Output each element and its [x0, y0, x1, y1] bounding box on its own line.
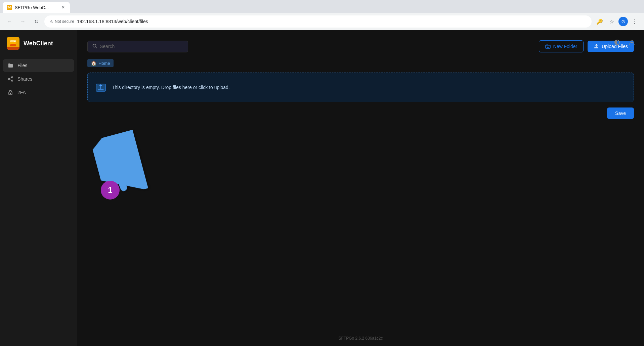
sidebar-logo: WebClient [0, 30, 77, 56]
annotation-arrow [90, 130, 148, 200]
footer: SFTPGo 2.6.2 636a1c2c [338, 336, 383, 341]
svg-line-7 [9, 78, 11, 79]
reload-button[interactable]: ↻ [31, 16, 42, 27]
address-text: 192.168.1.18:8813/web/client/files [77, 19, 148, 24]
svg-point-6 [11, 80, 13, 81]
sidebar-item-2fa[interactable]: 2FA [3, 86, 74, 99]
browser-chrome: SG SFTPGo WebC... ✕ ← → ↻ ⚠ Not secure 1… [0, 0, 644, 30]
sidebar-item-files-label: Files [17, 63, 28, 68]
breadcrumb: 🏠 Home [87, 59, 634, 67]
svg-point-3 [14, 41, 15, 42]
drop-zone-upload-icon [94, 81, 107, 94]
browser-actions: 🔑 ☆ G ⋮ [594, 16, 640, 27]
theme-toggle-button[interactable] [612, 37, 622, 48]
app-logo-icon [7, 37, 19, 50]
not-secure-label: Not secure [55, 19, 74, 24]
tab-favicon: SG [7, 5, 12, 10]
svg-line-13 [96, 47, 97, 48]
svg-point-4 [8, 78, 9, 80]
new-folder-button[interactable]: New Folder [539, 40, 584, 52]
2fa-icon [7, 89, 13, 95]
tab-close-button[interactable]: ✕ [60, 5, 66, 10]
app-container: WebClient Files [0, 30, 644, 346]
sidebar-nav: Files Shares [0, 59, 77, 99]
svg-point-10 [10, 93, 11, 94]
address-bar[interactable]: ⚠ Not secure 192.168.1.18:8813/web/clien… [44, 15, 592, 28]
sidebar-item-shares-label: Shares [17, 76, 32, 82]
search-box[interactable] [87, 41, 188, 52]
back-button[interactable]: ← [4, 16, 15, 27]
app-title: WebClient [24, 40, 53, 47]
not-secure-indicator: ⚠ Not secure [49, 19, 74, 24]
tab-title: SFTPGo WebC... [15, 5, 49, 10]
svg-point-5 [11, 77, 13, 78]
sidebar-item-shares[interactable]: Shares [3, 73, 74, 85]
search-icon [92, 44, 97, 49]
browser-toolbar: ← → ↻ ⚠ Not secure 192.168.1.18:8813/web… [0, 13, 644, 30]
warning-icon: ⚠ [49, 19, 53, 24]
new-folder-icon [545, 44, 551, 49]
drop-zone[interactable]: This directory is empty. Drop files here… [87, 73, 634, 102]
sidebar-item-2fa-label: 2FA [17, 90, 26, 95]
arrow-annotation: 1 [97, 134, 141, 196]
search-input[interactable] [100, 44, 183, 49]
breadcrumb-home[interactable]: 🏠 Home [87, 59, 114, 67]
save-button[interactable]: Save [607, 107, 634, 119]
browser-tabs: SG SFTPGo WebC... ✕ [0, 0, 644, 13]
sidebar: WebClient Files [0, 30, 77, 346]
extensions-button[interactable]: ⋮ [629, 16, 640, 27]
main-content: New Folder Upload Files 🏠 Home [77, 30, 644, 346]
header-icons [612, 37, 637, 48]
toolbar-row: New Folder Upload Files [87, 40, 634, 52]
forward-button[interactable]: → [17, 16, 28, 27]
new-folder-label: New Folder [553, 44, 577, 49]
svg-rect-17 [594, 47, 598, 48]
upload-icon [594, 44, 599, 49]
home-icon: 🏠 [91, 60, 96, 66]
shares-icon [7, 76, 13, 82]
svg-rect-2 [10, 44, 16, 46]
annotation-number: 1 [108, 185, 112, 195]
sidebar-item-files[interactable]: Files [3, 59, 74, 72]
bookmark-button[interactable]: ☆ [606, 16, 617, 27]
files-icon [7, 62, 13, 69]
svg-line-8 [9, 79, 11, 80]
password-manager-icon[interactable]: 🔑 [594, 16, 605, 27]
profile-avatar[interactable]: G [618, 17, 628, 26]
user-menu-button[interactable] [627, 37, 637, 48]
drop-zone-message: This directory is empty. Drop files here… [112, 85, 230, 90]
browser-tab-active[interactable]: SG SFTPGo WebC... ✕ [3, 2, 70, 13]
breadcrumb-home-label: Home [98, 61, 110, 66]
svg-rect-19 [98, 89, 104, 90]
version-text: SFTPGo 2.6.2 636a1c2c [338, 336, 383, 341]
save-row: Save [87, 107, 634, 119]
annotation-number-circle: 1 [101, 181, 120, 200]
